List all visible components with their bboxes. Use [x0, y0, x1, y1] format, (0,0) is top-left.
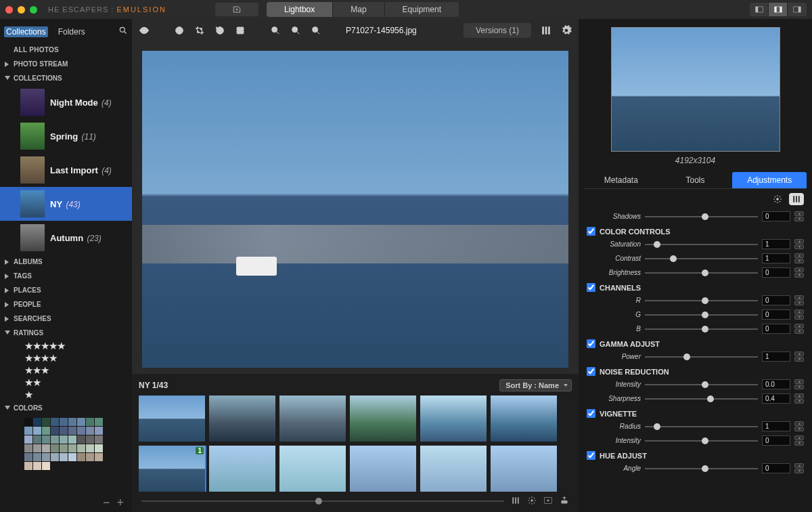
tab-lightbox[interactable]: Lightbox	[267, 2, 333, 17]
section-head[interactable]: COLOR CONTROLS	[585, 223, 805, 237]
thumb[interactable]	[420, 446, 487, 492]
sidebar-colors[interactable]: COLORS	[0, 401, 132, 415]
zoom-fit-icon[interactable]	[311, 25, 321, 36]
thumb-size-slider[interactable]	[141, 500, 504, 502]
sidebar-tab-collections[interactable]: Collections	[4, 26, 48, 37]
gear-icon[interactable]	[561, 25, 572, 36]
share-icon[interactable]	[560, 496, 569, 507]
section-head[interactable]: CHANNELS	[585, 280, 805, 293]
stepper[interactable]: ▴▾	[794, 310, 804, 320]
slider-value[interactable]	[762, 379, 790, 389]
sliders-icon[interactable]	[511, 496, 520, 507]
thumb[interactable]	[350, 446, 416, 492]
slider-track[interactable]	[645, 436, 758, 446]
thumb[interactable]	[350, 396, 416, 442]
stepper[interactable]: ▴▾	[794, 211, 804, 221]
slider-track[interactable]	[645, 464, 758, 473]
tab-metadata[interactable]: Metadata	[584, 172, 658, 188]
target-icon[interactable]	[174, 25, 185, 36]
thumb-selected[interactable]: 1	[139, 446, 205, 492]
rating-3[interactable]: ★★★	[0, 364, 132, 377]
search-icon[interactable]	[118, 26, 128, 37]
rating-5[interactable]: ★★★★★	[0, 340, 132, 352]
slider-track[interactable]	[645, 212, 758, 221]
sidebar-collections-head[interactable]: COLLECTIONS	[0, 71, 132, 85]
sidebar-people[interactable]: PEOPLE	[0, 297, 132, 312]
sidebar-tab-folders[interactable]: Folders	[56, 26, 87, 37]
stepper[interactable]: ▴▾	[794, 268, 804, 278]
slider-value[interactable]	[762, 268, 790, 278]
slider-track[interactable]	[645, 310, 758, 320]
stepper[interactable]: ▴▾	[794, 295, 804, 305]
collection-spring[interactable]: Spring (11)	[0, 119, 132, 153]
slider-value[interactable]	[762, 421, 790, 431]
sliders-icon[interactable]	[789, 193, 804, 205]
thumb[interactable]	[491, 446, 557, 492]
thumb[interactable]	[279, 446, 346, 492]
stepper[interactable]: ▴▾	[794, 463, 804, 473]
rating-2[interactable]: ★★	[0, 377, 132, 389]
thumb[interactable]	[491, 396, 557, 442]
stepper[interactable]: ▴▾	[794, 393, 804, 404]
sort-dropdown[interactable]: Sort By : Name	[499, 379, 572, 391]
rating-4[interactable]: ★★★★	[0, 352, 132, 364]
sidebar-all-photos[interactable]: ALL PHOTOS	[0, 43, 132, 57]
slider-value[interactable]	[762, 211, 790, 221]
thumb[interactable]	[209, 446, 275, 492]
eye-icon[interactable]	[139, 25, 150, 36]
sidebar-places[interactable]: PLACES	[0, 283, 132, 297]
slider-value[interactable]	[762, 463, 790, 473]
layout-both-icon[interactable]	[769, 3, 788, 16]
tab-tools[interactable]: Tools	[658, 172, 733, 188]
thumb[interactable]	[139, 396, 205, 442]
tab-equipment[interactable]: Equipment	[385, 2, 459, 17]
slider-value[interactable]	[762, 239, 790, 249]
close-icon[interactable]	[5, 6, 13, 14]
thumb[interactable]	[209, 396, 275, 442]
slider-track[interactable]	[645, 240, 758, 249]
section-head[interactable]: HUE ADJUST	[585, 448, 805, 461]
stepper[interactable]: ▴▾	[794, 239, 804, 249]
rotate-icon[interactable]	[215, 25, 225, 36]
sidebar-ratings[interactable]: RATINGS	[0, 326, 132, 340]
slider-value[interactable]	[762, 324, 790, 334]
rating-1[interactable]: ★	[0, 389, 132, 401]
collection-ny[interactable]: NY (43)	[0, 187, 132, 221]
zoom-out-icon[interactable]	[270, 25, 281, 36]
sidebar-tags[interactable]: TAGS	[0, 269, 132, 283]
slider-track[interactable]	[645, 268, 758, 278]
gear-icon[interactable]	[527, 496, 537, 507]
slider-track[interactable]	[645, 380, 758, 389]
collection-last-import[interactable]: Last Import (4)	[0, 153, 132, 187]
slider-track[interactable]	[645, 394, 758, 404]
straighten-icon[interactable]	[235, 25, 246, 36]
section-head[interactable]: GAMMA ADJUST	[585, 336, 805, 349]
add-button[interactable]: +	[116, 496, 124, 510]
zoom-in-icon[interactable]	[290, 25, 301, 36]
maximize-icon[interactable]	[30, 6, 37, 14]
collection-night-mode[interactable]: Night Mode (4)	[0, 85, 132, 119]
stepper[interactable]: ▴▾	[794, 379, 804, 389]
thumb[interactable]	[279, 396, 346, 442]
tab-map[interactable]: Map	[333, 2, 384, 17]
versions-button[interactable]: Versions (1)	[464, 23, 531, 38]
remove-button[interactable]: −	[103, 496, 110, 510]
thumb[interactable]	[420, 396, 487, 442]
sidebar-albums[interactable]: ALBUMS	[0, 255, 132, 269]
slider-track[interactable]	[645, 296, 758, 305]
sliders-icon[interactable]	[541, 25, 551, 36]
slider-value[interactable]	[762, 351, 790, 362]
layout-left-icon[interactable]	[750, 3, 769, 16]
slider-value[interactable]	[762, 295, 790, 305]
stepper[interactable]: ▴▾	[794, 253, 804, 263]
sidebar-searches[interactable]: SEARCHES	[0, 312, 132, 326]
layout-right-icon[interactable]	[788, 3, 807, 16]
stepper[interactable]: ▴▾	[794, 324, 804, 334]
slider-track[interactable]	[645, 352, 758, 362]
slider-value[interactable]	[762, 435, 790, 446]
collection-autumn[interactable]: Autumn (23)	[0, 221, 132, 255]
crop-icon[interactable]	[194, 25, 205, 36]
main-preview[interactable]	[132, 42, 579, 374]
import-button[interactable]	[215, 3, 258, 16]
slider-value[interactable]	[762, 310, 790, 320]
